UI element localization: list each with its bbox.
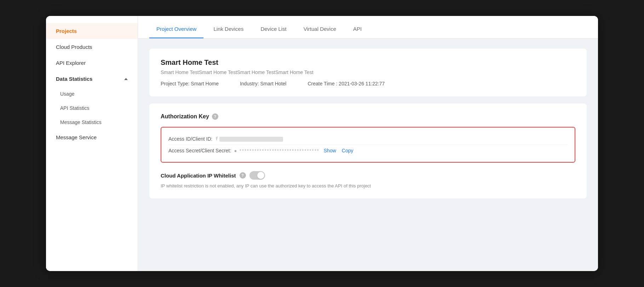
app-container: Projects Cloud Products API Explorer Dat… <box>46 16 598 271</box>
show-link[interactable]: Show <box>324 148 336 153</box>
tab-device-list[interactable]: Device List <box>253 26 293 38</box>
sidebar-item-data-statistics[interactable]: Data Statistics <box>46 71 138 87</box>
sidebar-item-projects-label: Projects <box>56 28 77 34</box>
project-meta: Project Type: Smart Home Industry: Smart… <box>161 81 575 86</box>
sidebar-sub-item-message-statistics-label: Message Statistics <box>60 119 102 125</box>
project-type: Project Type: Smart Home <box>161 81 219 86</box>
sidebar-item-cloud-products-label: Cloud Products <box>56 44 92 50</box>
whitelist-title: Cloud Application IP Whitelist <box>161 173 236 179</box>
whitelist-toggle[interactable] <box>249 171 265 180</box>
sidebar-item-api-explorer-label: API Explorer <box>56 60 86 66</box>
copy-link[interactable]: Copy <box>342 148 353 153</box>
sidebar-item-projects[interactable]: Projects <box>46 23 138 39</box>
sidebar-sub-item-usage-label: Usage <box>60 91 74 97</box>
whitelist-section: Cloud Application IP Whitelist ? IP whit… <box>161 171 575 188</box>
access-id-row: Access ID/Client ID: f <box>168 133 568 145</box>
auth-section: Authorization Key ? Access ID/Client ID:… <box>149 103 587 198</box>
toggle-knob <box>257 172 264 179</box>
project-industry: Industry: Smart Hotel <box>240 81 287 86</box>
tabs-bar: Project Overview Link Devices Device Lis… <box>138 16 598 39</box>
whitelist-header: Cloud Application IP Whitelist ? <box>161 171 265 180</box>
sidebar: Projects Cloud Products API Explorer Dat… <box>46 16 138 271</box>
sidebar-item-cloud-products[interactable]: Cloud Products <box>46 39 138 55</box>
tab-api[interactable]: API <box>346 26 369 38</box>
whitelist-description: IP whitelist restriction is not enabled,… <box>161 183 371 188</box>
whitelist-help-icon[interactable]: ? <box>240 172 246 179</box>
content-area: Smart Home Test Smart Home TestSmart Hom… <box>138 39 598 271</box>
action-links: Show Copy <box>324 148 353 153</box>
tab-link-devices[interactable]: Link Devices <box>206 26 251 38</box>
auth-key-title: Authorization Key ? <box>161 113 575 120</box>
sidebar-item-message-service[interactable]: Message Service <box>46 129 138 145</box>
main-content: Project Overview Link Devices Device Lis… <box>138 16 598 271</box>
access-secret-label: Access Secret/Client Secret: <box>168 148 231 153</box>
project-card: Smart Home Test Smart Home TestSmart Hom… <box>149 49 587 96</box>
tab-project-overview[interactable]: Project Overview <box>149 26 203 38</box>
access-secret-value: ● ******************************** <box>234 148 319 153</box>
access-id-value: f <box>215 136 284 142</box>
auth-key-help-icon[interactable]: ? <box>212 113 218 120</box>
sidebar-sub-item-api-statistics[interactable]: API Statistics <box>46 101 138 115</box>
project-title: Smart Home Test <box>161 58 575 67</box>
access-id-label: Access ID/Client ID: <box>168 136 212 142</box>
chevron-up-icon <box>124 78 128 80</box>
credentials-box: Access ID/Client ID: f Access Secret/Cli… <box>161 127 575 163</box>
sidebar-sub-item-api-statistics-label: API Statistics <box>60 105 89 111</box>
sidebar-item-api-explorer[interactable]: API Explorer <box>46 55 138 71</box>
project-create-time: Create Time : 2021-03-26 11:22:77 <box>307 81 385 86</box>
access-secret-row: Access Secret/Client Secret: ● *********… <box>168 145 568 156</box>
tab-virtual-device[interactable]: Virtual Device <box>297 26 343 38</box>
sidebar-sub-item-usage[interactable]: Usage <box>46 87 138 101</box>
project-description: Smart Home TestSmart Home TestSmart Home… <box>161 69 575 75</box>
sidebar-sub-item-message-statistics[interactable]: Message Statistics <box>46 115 138 129</box>
sidebar-item-message-service-label: Message Service <box>56 134 97 140</box>
sidebar-item-data-statistics-label: Data Statistics <box>56 76 92 82</box>
